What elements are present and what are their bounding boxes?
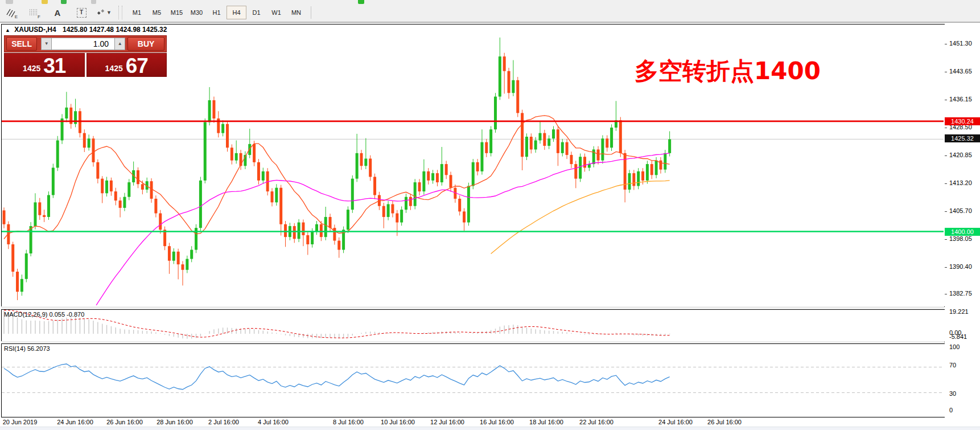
time-tick-label: 22 Jul 16:00 xyxy=(579,419,613,425)
toolbar-fragment xyxy=(358,0,364,4)
time-tick-label: 18 Jul 16:00 xyxy=(529,419,563,425)
panel-splitter[interactable] xyxy=(1,306,944,309)
toolbar-separator xyxy=(311,6,311,19)
price-tick-dash xyxy=(945,44,947,44)
toolbar-fragment xyxy=(61,0,67,4)
price-tick-label: 1398.05 xyxy=(949,235,972,242)
timeframe-button-m15[interactable]: M15 xyxy=(167,6,187,19)
volume-up-button[interactable]: ▲ xyxy=(114,38,125,50)
ask-price-big: 67 xyxy=(126,57,148,75)
timeframe-button-w1[interactable]: W1 xyxy=(266,6,286,19)
trade-controls-row: SELL ▼ 1.00 ▲ BUY xyxy=(4,35,167,52)
ask-price-small: 1425 xyxy=(105,64,123,73)
price-tick-dash xyxy=(945,183,947,184)
time-tick-label: 10 Jul 16:00 xyxy=(381,419,415,425)
price-tick-label: 1420.85 xyxy=(949,151,972,158)
time-tick-label: 26 Jun 16:00 xyxy=(106,419,143,425)
grid-icon[interactable]: F xyxy=(26,6,41,19)
price-tick-label: 1436.15 xyxy=(949,96,972,103)
price-tick-dash xyxy=(945,128,947,128)
price-line-label: 1430.24 xyxy=(945,117,980,125)
macd-label: MACD(12,26,9) 0.055 -0.870 xyxy=(4,311,84,318)
toolbar-fragment xyxy=(6,0,13,4)
dropdown-caret-icon[interactable]: ▼ xyxy=(106,10,112,15)
bid-ask-row: 1425 31 1425 67 xyxy=(4,53,167,77)
price-tick-dash xyxy=(945,211,947,212)
timeframe-button-d1[interactable]: D1 xyxy=(246,6,266,19)
symbol-ohlc: 1425.80 1427.48 1424.98 1425.32 xyxy=(63,26,167,34)
indicator-tick-label: 70 xyxy=(949,362,956,368)
indicators-icon[interactable]: E xyxy=(3,6,18,19)
indicator-tick-label: -5.841 xyxy=(949,333,967,340)
symbol-info-line: ▲ XAUUSD-,H4 1425.80 1427.48 1424.98 142… xyxy=(5,26,167,34)
time-tick-label: 24 Jun 16:00 xyxy=(57,419,93,425)
objects-icon[interactable]: ▼ xyxy=(97,6,112,19)
timeframe-button-m30[interactable]: M30 xyxy=(187,6,207,19)
macd-canvas[interactable] xyxy=(2,310,944,341)
price-tick-dash xyxy=(945,100,947,100)
timeframe-button-m1[interactable]: M1 xyxy=(127,6,147,19)
time-tick-label: 28 Jun 16:00 xyxy=(157,419,193,425)
rsi-canvas[interactable] xyxy=(2,344,944,416)
price-tick-dash xyxy=(945,155,947,156)
time-tick-label: 12 Jul 16:00 xyxy=(430,419,464,425)
bid-price-small: 1425 xyxy=(23,64,40,73)
toolbar-fragment xyxy=(91,0,96,4)
panel-splitter[interactable] xyxy=(1,341,944,343)
timeframe-button-m5[interactable]: M5 xyxy=(147,6,167,19)
price-tick-label: 1443.65 xyxy=(949,68,972,75)
chart-workspace: ▲ XAUUSD-,H4 1425.80 1427.48 1424.98 142… xyxy=(0,23,980,430)
bid-price-big: 31 xyxy=(43,57,65,75)
volume-down-button[interactable]: ▼ xyxy=(41,38,52,50)
time-tick-label: 8 Jul 16:00 xyxy=(333,419,364,425)
price-line-label: 1425.32 xyxy=(945,134,980,142)
macd-panel: MACD(12,26,9) 0.055 -0.870 xyxy=(1,309,945,342)
timeframe-button-h1[interactable]: H1 xyxy=(207,6,227,19)
top-toolbar: E F A T ▼ M1M5M15M30H1H4D1W1MN xyxy=(0,0,980,23)
time-tick-label: 20 Jun 2019 xyxy=(3,419,38,425)
timeframe-bar: M1M5M15M30H1H4D1W1MN xyxy=(127,6,306,19)
price-tick-label: 1390.40 xyxy=(949,263,972,270)
annotation-text: 多空转折点1400 xyxy=(635,55,821,87)
buy-button[interactable]: BUY xyxy=(127,37,164,51)
volume-stepper: ▼ 1.00 ▲ xyxy=(41,38,125,50)
timeframe-button-mn[interactable]: MN xyxy=(286,6,306,19)
toolbar-fragment xyxy=(42,0,48,4)
symbol-name: XAUUSD-,H4 xyxy=(14,26,56,34)
price-tick-label: 1413.20 xyxy=(949,179,972,186)
text-frame-icon[interactable]: T xyxy=(74,6,89,19)
mt4-terminal: { "toolbar": { "icon_e": "E", "icon_f": … xyxy=(0,0,980,430)
quote-toggle-arrow[interactable]: ▲ xyxy=(5,27,10,33)
rsi-panel: RSI(14) 56.2073 xyxy=(1,343,945,417)
time-tick-label: 4 Jul 16:00 xyxy=(258,419,289,425)
indicator-tick-label: 19.221 xyxy=(949,308,969,315)
price-tick-label: 1382.75 xyxy=(949,290,972,297)
timeframe-button-h4[interactable]: H4 xyxy=(227,6,246,19)
indicator-tick-label: 0 xyxy=(949,407,953,413)
text-frame-glyph: T xyxy=(77,8,87,18)
price-tick-label: 1405.70 xyxy=(949,207,972,214)
price-scale[interactable]: 1451.301443.651436.151428.501420.851413.… xyxy=(945,24,980,423)
one-click-trading-widget: SELL ▼ 1.00 ▲ BUY 1425 31 1425 67 xyxy=(4,35,167,77)
price-tick-label: 1451.30 xyxy=(949,40,972,47)
text-label-icon[interactable]: A xyxy=(50,6,65,19)
time-scale[interactable]: 20 Jun 201924 Jun 16:0026 Jun 16:0028 Ju… xyxy=(1,417,944,427)
sell-button[interactable]: SELL xyxy=(6,37,37,51)
price-tick-dash xyxy=(945,267,947,268)
price-line-label: 1400.00 xyxy=(945,228,980,236)
ask-price-box[interactable]: 1425 67 xyxy=(87,53,167,77)
price-tick-dash xyxy=(945,294,947,294)
toolbar-separator xyxy=(118,6,122,19)
time-tick-label: 2 Jul 16:00 xyxy=(208,419,239,425)
time-tick-label: 16 Jul 16:00 xyxy=(480,419,514,425)
main-chart-panel: ▲ XAUUSD-,H4 1425.80 1427.48 1424.98 142… xyxy=(1,24,945,307)
rsi-label: RSI(14) 56.2073 xyxy=(4,345,50,352)
indicator-tick-label: 100 xyxy=(949,343,960,350)
volume-input[interactable]: 1.00 xyxy=(52,38,114,50)
time-tick-label: 26 Jul 16:00 xyxy=(707,419,742,425)
bid-price-box[interactable]: 1425 31 xyxy=(4,53,85,77)
time-tick-label: 24 Jul 16:00 xyxy=(658,419,693,425)
price-tick-dash xyxy=(945,239,947,240)
status-strip xyxy=(0,427,980,430)
icon-sub-f: F xyxy=(38,14,40,19)
